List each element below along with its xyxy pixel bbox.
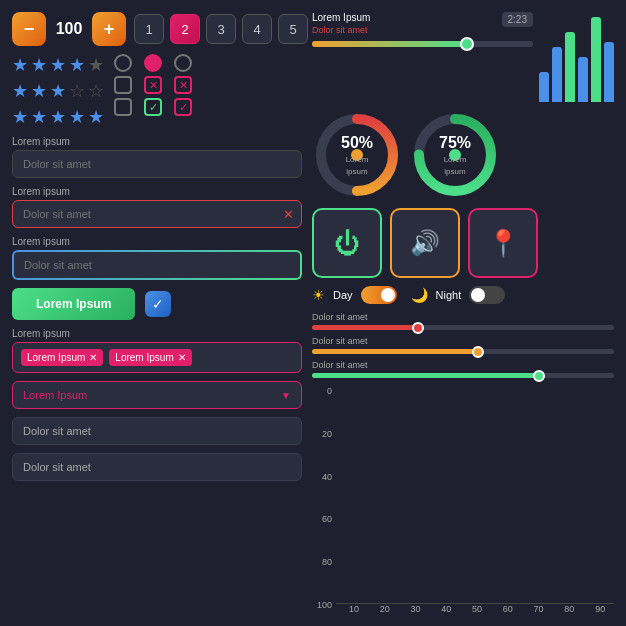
num-btn-4[interactable]: 4 — [242, 14, 272, 44]
power-button[interactable]: ⏻ — [312, 208, 382, 278]
num-btn-1[interactable]: 1 — [134, 14, 164, 44]
gauge-2-sub: Lorem ipsum — [444, 155, 467, 176]
tag-1-label: Lorem Ipsum — [27, 352, 85, 363]
num-btn-2[interactable]: 2 — [170, 14, 200, 44]
input-field-2[interactable] — [12, 200, 302, 228]
check-x-active[interactable]: ✕ — [144, 76, 162, 94]
vbar-2 — [552, 47, 562, 102]
chart-bars — [336, 386, 614, 604]
radio-active[interactable] — [144, 54, 162, 72]
input-field-1[interactable] — [12, 150, 302, 178]
star[interactable]: ★ — [50, 106, 66, 128]
rs-track-3[interactable] — [312, 373, 614, 378]
top-progress-handle[interactable] — [460, 37, 474, 51]
x-label-50: 50 — [463, 604, 491, 614]
right-header: Lorem Ipsum Dolor sit amet 2:23 — [312, 12, 533, 35]
star[interactable]: ★ — [31, 54, 47, 76]
vbar-5 — [591, 17, 601, 102]
check-x-active-2[interactable]: ✕ — [174, 76, 192, 94]
chart-x-axis: 10 20 30 40 50 60 70 80 90 — [336, 604, 614, 614]
day-toggle-switch[interactable] — [361, 286, 397, 304]
tag-2-remove[interactable]: ✕ — [178, 352, 186, 363]
star[interactable]: ★ — [50, 54, 66, 76]
star[interactable]: ★ — [50, 80, 66, 102]
input-wrapper-error: ✕ — [12, 200, 302, 228]
rs-label-1: Dolor sit amet — [312, 312, 614, 322]
number-buttons: 1 2 3 4 5 — [134, 14, 308, 44]
star[interactable]: ★ — [12, 54, 28, 76]
check-green[interactable]: ✓ — [144, 98, 162, 116]
rs-handle-2[interactable] — [472, 346, 484, 358]
rs-handle-3[interactable] — [533, 370, 545, 382]
dropdown-arrow-icon: ▼ — [281, 390, 291, 401]
num-btn-5[interactable]: 5 — [278, 14, 308, 44]
sound-button[interactable]: 🔊 — [390, 208, 460, 278]
star[interactable]: ★ — [12, 80, 28, 102]
green-submit-button[interactable]: Lorem Ipsum — [12, 288, 135, 320]
num-btn-3[interactable]: 3 — [206, 14, 236, 44]
gauge-1-label: 50% Lorem ipsum — [335, 134, 380, 176]
counter-plus-button[interactable]: + — [92, 12, 126, 46]
counter-minus-button[interactable]: − — [12, 12, 46, 46]
day-night-toggle-row: ☀ Day 🌙 Night — [312, 286, 614, 304]
tags-input-group: Lorem ipsum Lorem Ipsum ✕ Lorem Ipsum ✕ — [12, 328, 302, 373]
input-field-3[interactable] — [12, 250, 302, 280]
input-group-3: Lorem ipsum — [12, 236, 302, 280]
vbar-6 — [604, 42, 614, 102]
check-empty[interactable] — [114, 76, 132, 94]
star[interactable]: ☆ — [88, 80, 104, 102]
x-label-40: 40 — [432, 604, 460, 614]
gauge-2-pct: 75% — [433, 134, 478, 152]
clear-icon[interactable]: ✕ — [283, 207, 294, 222]
green-btn-row: Lorem Ipsum ✓ — [12, 288, 302, 320]
x-row: ✕ ✕ — [114, 76, 192, 94]
power-icon: ⏻ — [334, 228, 360, 259]
star[interactable]: ★ — [88, 106, 104, 128]
check-row: ✓ ✓ — [114, 98, 192, 116]
stars-row-3: ★ ★ ★ ★ ★ — [12, 106, 104, 128]
night-label: Night — [436, 289, 462, 301]
range-slider-1: Dolor sit amet — [312, 312, 614, 330]
star[interactable]: ★ — [12, 106, 28, 128]
radio-empty[interactable] — [114, 54, 132, 72]
check-pink[interactable]: ✓ — [174, 98, 192, 116]
gauge-2: 75% Lorem ipsum — [410, 110, 500, 200]
vbar-4 — [578, 57, 588, 102]
list-item-1: Dolor sit amet — [12, 417, 302, 445]
night-toggle-switch[interactable] — [469, 286, 505, 304]
tags-input[interactable]: Lorem Ipsum ✕ Lorem Ipsum ✕ — [12, 342, 302, 373]
dropdown[interactable]: Lorem Ipsum ▼ — [12, 381, 302, 409]
y-label-0: 0 — [312, 386, 332, 396]
sound-icon: 🔊 — [410, 229, 440, 257]
x-label-20: 20 — [371, 604, 399, 614]
input-label-3: Lorem ipsum — [12, 236, 302, 247]
rs-label-3: Dolor sit amet — [312, 360, 614, 370]
star[interactable]: ★ — [88, 54, 104, 76]
x-label-60: 60 — [494, 604, 522, 614]
tag-1-remove[interactable]: ✕ — [89, 352, 97, 363]
counter-value: 100 — [54, 20, 84, 38]
gauge-1-pct: 50% — [335, 134, 380, 152]
star[interactable]: ★ — [31, 80, 47, 102]
rs-handle-1[interactable] — [412, 322, 424, 334]
day-label: Day — [333, 289, 353, 301]
check-empty-2[interactable] — [114, 98, 132, 116]
rs-track-1[interactable] — [312, 325, 614, 330]
star[interactable]: ★ — [31, 106, 47, 128]
right-column: Lorem Ipsum Dolor sit amet 2:23 — [312, 12, 614, 614]
lorem-title: Lorem Ipsum — [312, 12, 370, 23]
location-button[interactable]: 📍 — [468, 208, 538, 278]
icon-buttons-row: ⏻ 🔊 📍 — [312, 208, 614, 278]
star[interactable]: ★ — [69, 54, 85, 76]
chart-wrapper: 100 80 60 40 20 0 — [312, 386, 614, 614]
star[interactable]: ☆ — [69, 80, 85, 102]
x-label-10: 10 — [340, 604, 368, 614]
rs-track-2[interactable] — [312, 349, 614, 354]
gauges-row: 50% Lorem ipsum — [312, 110, 614, 200]
radio-empty-2[interactable] — [174, 54, 192, 72]
y-label-40: 40 — [312, 472, 332, 482]
list-item-2: Dolor sit amet — [12, 453, 302, 481]
star[interactable]: ★ — [69, 106, 85, 128]
check-radio-section: ✕ ✕ ✓ ✓ — [114, 54, 192, 128]
y-label-60: 60 — [312, 514, 332, 524]
